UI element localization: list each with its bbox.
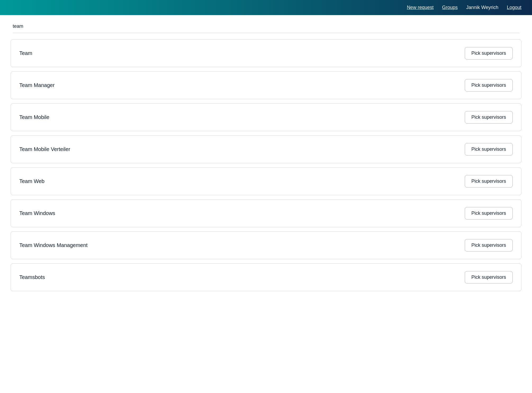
group-name: Team Windows [19, 210, 55, 216]
pick-supervisors-button[interactable]: Pick supervisors [465, 239, 513, 252]
user-name: Jannik Weyrich [466, 5, 498, 10]
new-request-link[interactable]: New request [407, 5, 434, 10]
group-card: Team WindowsPick supervisors [11, 199, 521, 227]
pick-supervisors-button[interactable]: Pick supervisors [465, 271, 513, 284]
group-name: Team Mobile [19, 114, 49, 120]
group-name: Team Windows Management [19, 242, 88, 248]
group-name: Team [19, 50, 32, 56]
group-card: Team ManagerPick supervisors [11, 71, 521, 99]
groups-link[interactable]: Groups [442, 5, 458, 10]
logout-link[interactable]: Logout [507, 5, 521, 10]
group-card: Team Windows ManagementPick supervisors [11, 231, 521, 259]
group-card: TeamPick supervisors [11, 39, 521, 67]
group-card: Team WebPick supervisors [11, 167, 521, 195]
search-input[interactable] [13, 22, 519, 30]
search-section [0, 15, 532, 33]
groups-list: TeamPick supervisorsTeam ManagerPick sup… [0, 33, 532, 302]
group-card: Team MobilePick supervisors [11, 103, 521, 131]
pick-supervisors-button[interactable]: Pick supervisors [465, 79, 513, 92]
pick-supervisors-button[interactable]: Pick supervisors [465, 47, 513, 60]
pick-supervisors-button[interactable]: Pick supervisors [465, 175, 513, 188]
pick-supervisors-button[interactable]: Pick supervisors [465, 143, 513, 156]
pick-supervisors-button[interactable]: Pick supervisors [465, 111, 513, 124]
group-name: Team Web [19, 178, 44, 184]
group-name: Team Manager [19, 82, 55, 88]
group-card: Team Mobile VerteilerPick supervisors [11, 135, 521, 163]
group-card: TeamsbotsPick supervisors [11, 263, 521, 291]
top-nav: New request Groups Jannik Weyrich Logout [0, 0, 532, 15]
group-name: Team Mobile Verteiler [19, 146, 70, 152]
group-name: Teamsbots [19, 274, 45, 280]
pick-supervisors-button[interactable]: Pick supervisors [465, 207, 513, 220]
